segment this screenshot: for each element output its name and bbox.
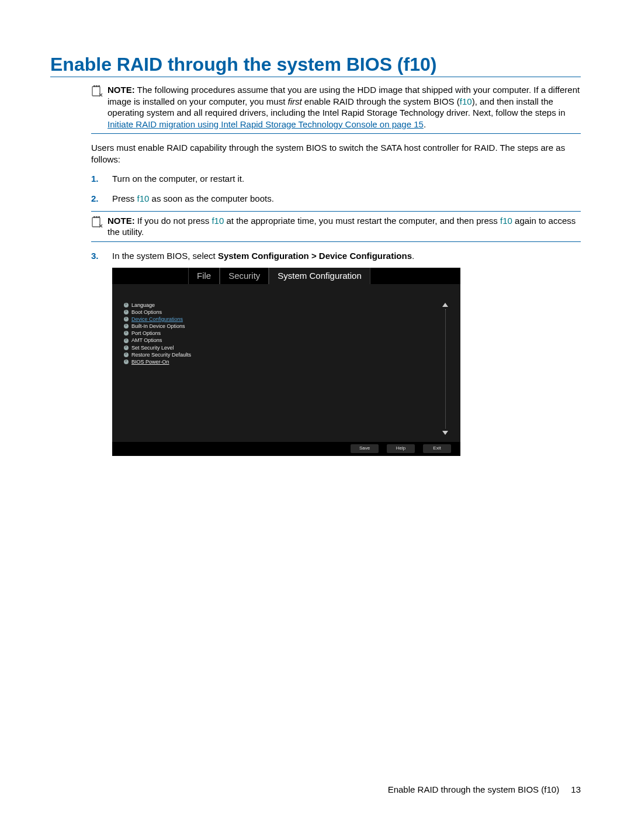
bios-menu-set-security-level[interactable]: Set Security Level [124, 344, 442, 351]
key-f10: f10 [137, 193, 150, 203]
bios-menu-amt-options[interactable]: AMT Options [124, 337, 442, 344]
bios-menu-device-configurations[interactable]: Device Configurations [124, 316, 442, 323]
step-1: 1. Turn on the computer, or restart it. [112, 173, 581, 185]
note-text-1: NOTE: The following procedures assume th… [108, 84, 581, 130]
chevron-down-icon [442, 431, 448, 435]
svg-rect-1 [92, 217, 100, 227]
page-title: Enable RAID through the system BIOS (f10… [50, 54, 581, 77]
intro-paragraph: Users must enable RAID capability throug… [91, 142, 581, 165]
bios-save-button[interactable]: Save [351, 444, 379, 453]
bios-menu-language[interactable]: Language [124, 302, 442, 309]
page-footer: Enable RAID through the system BIOS (f10… [388, 784, 581, 794]
bios-tab-bar: File Security System Configuration [112, 268, 460, 284]
note-icon [91, 85, 105, 100]
step-3: 3. In the system BIOS, select System Con… [112, 250, 581, 456]
bios-menu-built-in-device-options[interactable]: Built-In Device Options [124, 323, 442, 330]
bios-menu-port-options[interactable]: Port Options [124, 330, 442, 337]
bios-menu-restore-security-defaults[interactable]: Restore Security Defaults [124, 351, 442, 358]
svg-rect-0 [92, 87, 100, 96]
bios-tab-file[interactable]: File [188, 268, 220, 284]
page-number: 13 [571, 784, 581, 794]
footer-title: Enable RAID through the system BIOS (f10… [388, 784, 559, 794]
chevron-up-icon [442, 303, 448, 307]
key-f10: f10 [460, 96, 472, 106]
bios-menu: Language Boot Options Device Configurati… [124, 302, 442, 436]
bios-tab-security[interactable]: Security [220, 268, 269, 284]
bios-menu-boot-options[interactable]: Boot Options [124, 309, 442, 316]
key-f10: f10 [500, 216, 512, 226]
note-icon [91, 216, 105, 232]
link-initiate-raid-migration[interactable]: Initiate RAID migration using Intel Rapi… [108, 119, 424, 129]
bios-exit-button[interactable]: Exit [423, 444, 451, 453]
bios-menu-bios-power-on[interactable]: BIOS Power-On [124, 358, 442, 365]
note-text-2: NOTE: If you do not press f10 at the app… [108, 215, 581, 238]
note-block-1: NOTE: The following procedures assume th… [91, 81, 581, 134]
bios-screenshot: File Security System Configuration Langu… [112, 268, 460, 456]
bios-tab-system-configuration[interactable]: System Configuration [269, 268, 370, 284]
key-f10: f10 [212, 216, 224, 226]
step-2: 2. Press f10 as soon as the computer boo… [112, 193, 581, 241]
note-block-2: NOTE: If you do not press f10 at the app… [91, 211, 581, 242]
bios-help-button[interactable]: Help [387, 444, 415, 453]
bios-footer: Save Help Exit [112, 442, 460, 456]
bios-scrollbar[interactable] [442, 302, 449, 436]
